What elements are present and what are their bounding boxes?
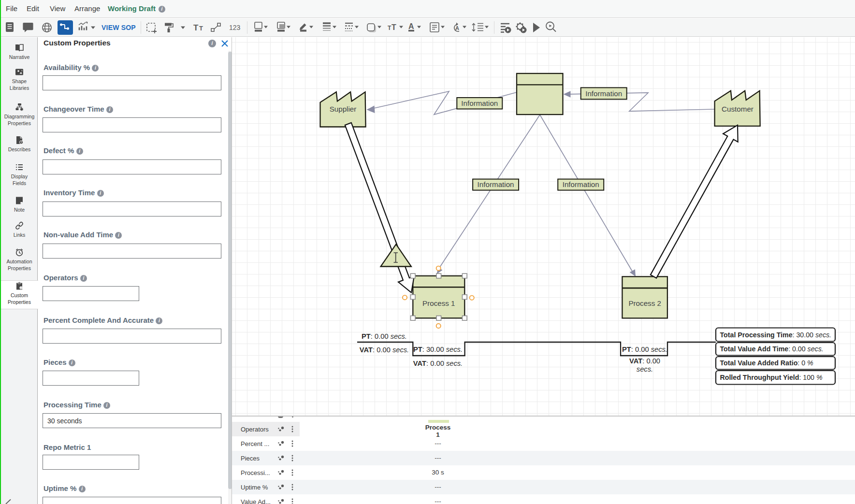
svg-text:Total Value Add Time: 0.00 sec: Total Value Add Time: 0.00 secs. <box>720 345 824 353</box>
svg-text:123: 123 <box>229 24 241 31</box>
svg-text:PT: 0.00 secs.: PT: 0.00 secs. <box>362 332 407 340</box>
svg-text:Information: Information <box>461 99 498 107</box>
svg-text:PT: 30.00 secs.: PT: 30.00 secs. <box>413 346 463 353</box>
svg-text:Rolled Throughput Yield: 100 %: Rolled Throughput Yield: 100 % <box>720 374 823 381</box>
svg-text:Process 1: Process 1 <box>422 299 455 307</box>
svg-text:secs.: secs. <box>637 365 653 373</box>
svg-text:Customer: Customer <box>722 105 754 113</box>
svg-text:VAT: 0.00 secs.: VAT: 0.00 secs. <box>413 360 463 367</box>
svg-text:Supplier: Supplier <box>330 105 357 113</box>
svg-text:Information: Information <box>585 89 622 98</box>
svg-text:Total Value Added Ratio: 0 %: Total Value Added Ratio: 0 % <box>720 359 813 367</box>
svg-text:T: T <box>199 25 203 32</box>
svg-text:A: A <box>455 25 459 31</box>
svg-text:VAT: 0.00: VAT: 0.00 <box>629 357 660 365</box>
svg-text:Process 2: Process 2 <box>628 299 661 307</box>
svg-text:VAT: 0.00 secs.: VAT: 0.00 secs. <box>360 346 409 354</box>
svg-text:A: A <box>408 22 414 30</box>
svg-text:Information: Information <box>563 180 599 188</box>
svg-text:T: T <box>391 23 396 31</box>
svg-text:T: T <box>388 25 391 31</box>
svg-text:Information: Information <box>478 180 514 188</box>
svg-text:PT: 0.00 secs.: PT: 0.00 secs. <box>622 346 667 353</box>
svg-text:VIEW SOP: VIEW SOP <box>101 24 136 31</box>
svg-text:T: T <box>193 23 199 32</box>
svg-text:Total Processing Time: 30.00 s: Total Processing Time: 30.00 secs. <box>720 331 832 339</box>
